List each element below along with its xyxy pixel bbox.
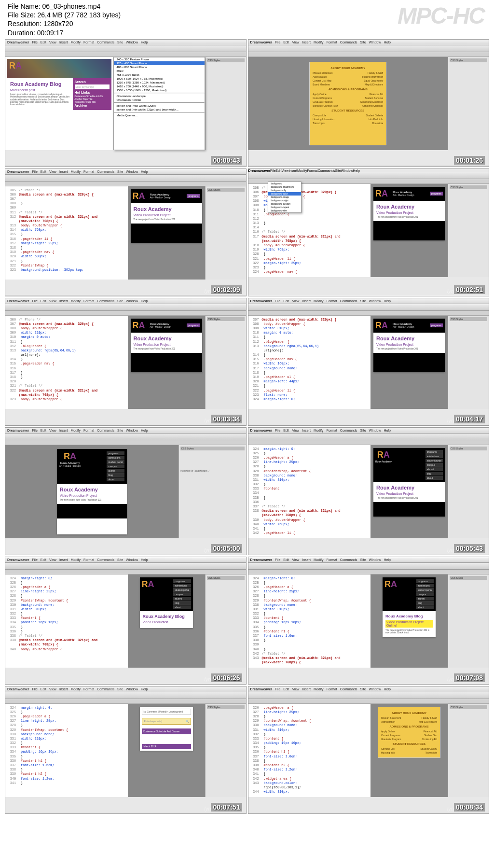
toolbar[interactable] — [5, 45, 246, 52]
status-bar — [5, 166, 246, 167]
timestamp: 00:00:43 — [211, 156, 242, 165]
viewport-dropdown[interactable]: 240 x 320 Feature Phone 320 x 480 Smart … — [113, 57, 205, 150]
thumbnail-4[interactable]: DreamweaverFileEditViewInsertModifyForma… — [248, 168, 490, 296]
thumbnail-2[interactable]: DreamweaverFileEditViewInsertModifyForma… — [248, 39, 490, 167]
thumbnail-11[interactable]: DreamweaverFileEditViewInsertModifyForma… — [5, 686, 247, 814]
thumbnail-7[interactable]: DreamweaverFileEditViewInsertModifyForma… — [5, 427, 247, 555]
thumbnail-1[interactable]: DreamweaverFileEditViewInsertModifyForma… — [5, 39, 247, 167]
thumbnail-8[interactable]: DreamweaverFileEditViewInsertModifyForma… — [248, 427, 490, 555]
thumbnail-3[interactable]: DreamweaverFileEditViewInsertModifyForma… — [5, 168, 247, 296]
thumbnail-6[interactable]: DreamweaverFileEditViewInsertModifyForma… — [248, 298, 490, 426]
thumbnail-9[interactable]: DreamweaverFileEditViewInsertModifyForma… — [5, 557, 247, 685]
thumbnail-5[interactable]: DreamweaverFileEditViewInsertModifyForma… — [5, 298, 247, 426]
code-editor[interactable]: 305/* Phone */ 306@media screen and (max… — [5, 186, 128, 280]
thumbnail-12[interactable]: DreamweaverFileEditViewInsertModifyForma… — [248, 686, 490, 814]
player-watermark: MPC-HC — [398, 2, 484, 29]
thumbnail-grid: DreamweaverFileEditViewInsertModifyForma… — [0, 39, 494, 819]
menu-bar[interactable]: DreamweaverFileEditViewInsertModifyForma… — [5, 40, 246, 45]
css-panel[interactable]: CSS Styles — [205, 57, 246, 150]
tab-bar[interactable] — [5, 52, 246, 57]
search-icon: 🔍 — [186, 720, 189, 723]
about-page-preview: ABOUT ROUX ACADEMY Mission StatementFacu… — [309, 62, 386, 145]
thumbnail-10[interactable]: DreamweaverFileEditViewInsertModifyForma… — [248, 557, 490, 685]
